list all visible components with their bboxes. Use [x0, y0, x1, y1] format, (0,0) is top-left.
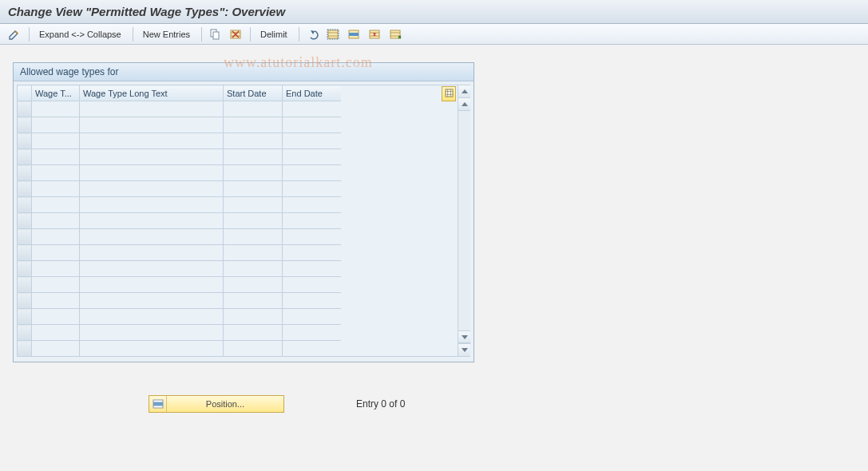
- row-selector[interactable]: [18, 213, 32, 229]
- cell-wage-type[interactable]: [32, 213, 80, 229]
- cell-end-date[interactable]: [283, 293, 342, 309]
- cell-wage-type[interactable]: [32, 245, 80, 261]
- cell-long-text[interactable]: [80, 101, 224, 117]
- cell-wage-type[interactable]: [32, 277, 80, 293]
- cell-wage-type[interactable]: [32, 101, 80, 117]
- cell-end-date[interactable]: [283, 245, 342, 261]
- cell-long-text[interactable]: [80, 213, 224, 229]
- row-selector[interactable]: [18, 149, 32, 165]
- cell-long-text[interactable]: [80, 245, 224, 261]
- row-selector[interactable]: [18, 341, 32, 357]
- cell-end-date[interactable]: [283, 213, 342, 229]
- scroll-down-button-2[interactable]: [458, 330, 470, 343]
- cell-long-text[interactable]: [80, 149, 224, 165]
- scroll-up-button[interactable]: [458, 85, 470, 98]
- cell-wage-type[interactable]: [32, 149, 80, 165]
- table-row[interactable]: [18, 197, 342, 213]
- cell-long-text[interactable]: [80, 309, 224, 325]
- cell-end-date[interactable]: [283, 117, 342, 133]
- cell-end-date[interactable]: [283, 277, 342, 293]
- row-selector[interactable]: [18, 309, 32, 325]
- table-row[interactable]: [18, 309, 342, 325]
- cell-wage-type[interactable]: [32, 229, 80, 245]
- cell-start-date[interactable]: [224, 325, 283, 341]
- cell-long-text[interactable]: [80, 261, 224, 277]
- cell-start-date[interactable]: [224, 309, 283, 325]
- cell-end-date[interactable]: [283, 165, 342, 181]
- cell-end-date[interactable]: [283, 261, 342, 277]
- scroll-down-button[interactable]: [458, 343, 470, 356]
- table-row[interactable]: [18, 213, 342, 229]
- cell-wage-type[interactable]: [32, 133, 80, 149]
- cell-end-date[interactable]: [283, 101, 342, 117]
- row-selector[interactable]: [18, 165, 32, 181]
- cell-long-text[interactable]: [80, 341, 224, 357]
- cell-start-date[interactable]: [224, 245, 283, 261]
- row-selector[interactable]: [18, 245, 32, 261]
- table-settings-button[interactable]: [386, 26, 405, 42]
- row-selector[interactable]: [18, 101, 32, 117]
- cell-long-text[interactable]: [80, 293, 224, 309]
- column-row-selector[interactable]: [18, 85, 32, 101]
- table-row[interactable]: [18, 261, 342, 277]
- table-row[interactable]: [18, 277, 342, 293]
- cell-start-date[interactable]: [224, 133, 283, 149]
- cell-wage-type[interactable]: [32, 325, 80, 341]
- cell-wage-type[interactable]: [32, 181, 80, 197]
- table-row[interactable]: [18, 293, 342, 309]
- cell-start-date[interactable]: [224, 197, 283, 213]
- table-row[interactable]: [18, 229, 342, 245]
- row-selector[interactable]: [18, 293, 32, 309]
- row-selector[interactable]: [18, 229, 32, 245]
- position-button[interactable]: Position...: [149, 395, 284, 413]
- cell-start-date[interactable]: [224, 293, 283, 309]
- cell-start-date[interactable]: [224, 277, 283, 293]
- column-long-text[interactable]: Wage Type Long Text: [80, 85, 224, 101]
- cell-end-date[interactable]: [283, 197, 342, 213]
- row-selector[interactable]: [18, 277, 32, 293]
- cell-wage-type[interactable]: [32, 341, 80, 357]
- cell-long-text[interactable]: [80, 165, 224, 181]
- cell-long-text[interactable]: [80, 117, 224, 133]
- expand-collapse-button[interactable]: Expand <-> Collapse: [33, 26, 128, 42]
- cell-long-text[interactable]: [80, 229, 224, 245]
- cell-end-date[interactable]: [283, 229, 342, 245]
- row-selector[interactable]: [18, 181, 32, 197]
- table-row[interactable]: [18, 245, 342, 261]
- cell-start-date[interactable]: [224, 149, 283, 165]
- cell-end-date[interactable]: [283, 133, 342, 149]
- cell-end-date[interactable]: [283, 341, 342, 357]
- cell-end-date[interactable]: [283, 309, 342, 325]
- cell-start-date[interactable]: [224, 181, 283, 197]
- cell-end-date[interactable]: [283, 181, 342, 197]
- cell-long-text[interactable]: [80, 181, 224, 197]
- table-row[interactable]: [18, 149, 342, 165]
- table-row[interactable]: [18, 325, 342, 341]
- column-wage-type[interactable]: Wage T...: [32, 85, 80, 101]
- table-configure-button[interactable]: [442, 86, 456, 101]
- cell-long-text[interactable]: [80, 277, 224, 293]
- select-block-button[interactable]: [344, 26, 363, 42]
- row-selector[interactable]: [18, 261, 32, 277]
- column-start-date[interactable]: Start Date: [224, 85, 283, 101]
- row-selector[interactable]: [18, 197, 32, 213]
- delete-button[interactable]: [226, 26, 245, 42]
- new-entries-button[interactable]: New Entries: [137, 26, 196, 42]
- cell-start-date[interactable]: [224, 213, 283, 229]
- cell-start-date[interactable]: [224, 261, 283, 277]
- cell-wage-type[interactable]: [32, 293, 80, 309]
- cell-start-date[interactable]: [224, 117, 283, 133]
- other-view-button[interactable]: [5, 26, 24, 42]
- table-row[interactable]: [18, 165, 342, 181]
- vertical-scrollbar[interactable]: [458, 85, 470, 356]
- row-selector[interactable]: [18, 133, 32, 149]
- scroll-track[interactable]: [458, 111, 470, 330]
- cell-start-date[interactable]: [224, 341, 283, 357]
- row-selector[interactable]: [18, 117, 32, 133]
- cell-wage-type[interactable]: [32, 309, 80, 325]
- cell-long-text[interactable]: [80, 197, 224, 213]
- table-row[interactable]: [18, 101, 342, 117]
- scroll-up-button-2[interactable]: [458, 98, 470, 111]
- cell-wage-type[interactable]: [32, 165, 80, 181]
- table-row[interactable]: [18, 133, 342, 149]
